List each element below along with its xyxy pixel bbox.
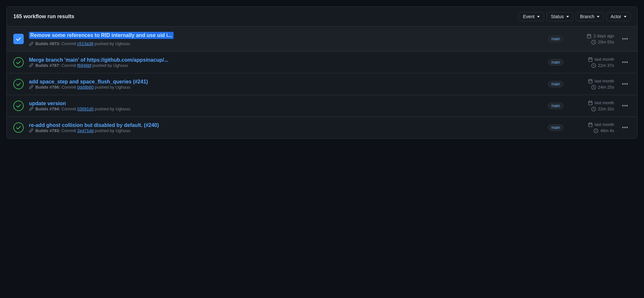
- workflow-title[interactable]: Merge branch 'main' of https://github.co…: [29, 57, 168, 63]
- more-options-button[interactable]: •••: [619, 101, 631, 111]
- filter-branch-button[interactable]: Branch: [576, 12, 604, 21]
- clock-icon: [591, 85, 596, 90]
- clock-icon: [591, 107, 596, 111]
- status-success-icon: [13, 101, 24, 111]
- workflow-title[interactable]: Remove some references to RID internally…: [29, 32, 174, 39]
- filter-status-label: Status: [551, 14, 564, 19]
- workflow-timing: 2 days ago 20m 55s: [569, 33, 614, 44]
- workflow-row: Remove some references to RID internally…: [7, 27, 637, 52]
- workflow-timing: last month 22m 37s: [569, 57, 614, 68]
- timestamp-row: last month: [588, 100, 614, 105]
- workflow-info: re-add ghost collision but disabled by d…: [29, 122, 536, 133]
- svg-point-4: [14, 123, 23, 132]
- workflow-runs-container: 165 workflow run results EventStatusBran…: [6, 6, 638, 139]
- timestamp-text: last month: [595, 122, 614, 127]
- filter-status-button[interactable]: Status: [547, 12, 573, 21]
- chevron-down-icon: [624, 16, 626, 18]
- link-icon: [29, 128, 33, 133]
- branch-badge[interactable]: main: [548, 124, 563, 131]
- clock-icon: [591, 40, 596, 44]
- results-count: 165 workflow run results: [13, 14, 74, 19]
- clock-icon: [594, 129, 598, 133]
- duration-row: 46m 4s: [594, 128, 614, 133]
- duration-text: 24m 25s: [598, 85, 614, 90]
- workflow-title[interactable]: add space_step and space_flush_queries (…: [29, 79, 148, 84]
- status-success-icon: [13, 122, 24, 133]
- filter-event-label: Event: [523, 14, 535, 19]
- more-options-button[interactable]: •••: [619, 34, 631, 44]
- builds-label: Builds #783: Commit 2ed71dd pushed by Ug…: [35, 128, 130, 133]
- commit-hash[interactable]: 2ed71dd: [77, 128, 94, 133]
- branch-badge[interactable]: main: [548, 81, 563, 87]
- timestamp-row: 2 days ago: [587, 33, 614, 38]
- timestamp-text: last month: [595, 79, 614, 83]
- ellipsis-icon: •••: [622, 81, 628, 87]
- duration-row: 22m 37s: [591, 63, 614, 68]
- more-options-button[interactable]: •••: [619, 123, 631, 132]
- more-options-button[interactable]: •••: [619, 80, 631, 89]
- commit-hash[interactable]: f6946bf: [77, 63, 91, 68]
- duration-row: 22m 32s: [591, 106, 614, 111]
- clock-icon: [591, 63, 596, 68]
- chevron-down-icon: [537, 16, 540, 18]
- duration-text: 22m 37s: [598, 63, 614, 68]
- timestamp-row: last month: [588, 79, 614, 83]
- filter-actor-label: Actor: [611, 14, 621, 19]
- timestamp-text: last month: [595, 57, 614, 62]
- filter-actor-button[interactable]: Actor: [606, 12, 631, 21]
- workflow-title[interactable]: re-add ghost collision but disabled by d…: [29, 122, 159, 128]
- more-options-button[interactable]: •••: [619, 58, 631, 67]
- timestamp-text: last month: [595, 100, 614, 105]
- status-inprogress-icon: [13, 34, 24, 44]
- status-success-icon: [13, 57, 24, 68]
- calendar-icon: [588, 122, 593, 127]
- builds-label: Builds #787: Commit f6946bf pushed by Ug…: [35, 63, 128, 68]
- svg-point-1: [14, 57, 23, 67]
- link-icon: [29, 85, 33, 89]
- workflow-info: add space_step and space_flush_queries (…: [29, 79, 536, 90]
- workflow-meta: Builds #783: Commit 2ed71dd pushed by Ug…: [29, 128, 536, 133]
- duration-row: 20m 55s: [591, 40, 614, 44]
- chevron-down-icon: [597, 16, 599, 18]
- filter-event-button[interactable]: Event: [519, 12, 544, 21]
- workflow-info: Merge branch 'main' of https://github.co…: [29, 57, 536, 68]
- link-icon: [29, 63, 33, 68]
- workflow-row: Merge branch 'main' of https://github.co…: [7, 52, 637, 73]
- calendar-icon: [588, 101, 593, 105]
- workflow-row: add space_step and space_flush_queries (…: [7, 73, 637, 95]
- duration-row: 24m 25s: [591, 85, 614, 90]
- filter-bar: EventStatusBranchActor: [519, 12, 631, 21]
- svg-point-3: [14, 101, 23, 111]
- commit-hash[interactable]: 0dd9b60: [77, 85, 94, 90]
- ellipsis-icon: •••: [622, 59, 628, 66]
- workflow-meta: Builds #786: Commit 0dd9b60 pushed by Ug…: [29, 85, 536, 90]
- link-icon: [29, 106, 33, 111]
- calendar-icon: [588, 79, 593, 83]
- status-success-icon: [13, 79, 24, 89]
- builds-label: Builds #873: Commit c513a38 pushed by Ug…: [35, 41, 130, 46]
- timestamp-text: 2 days ago: [593, 33, 614, 38]
- duration-text: 20m 55s: [598, 40, 614, 44]
- calendar-icon: [588, 57, 593, 62]
- branch-badge[interactable]: main: [548, 59, 563, 66]
- workflow-row: re-add ghost collision but disabled by d…: [7, 117, 637, 138]
- commit-hash[interactable]: c513a38: [77, 41, 94, 46]
- workflow-timing: last month 24m 25s: [569, 79, 614, 90]
- branch-badge[interactable]: main: [548, 36, 563, 42]
- workflow-row: update version Builds #784: Commit 03691…: [7, 95, 637, 117]
- workflow-title[interactable]: update version: [29, 101, 66, 106]
- ellipsis-icon: •••: [622, 36, 628, 42]
- timestamp-row: last month: [588, 122, 614, 127]
- workflow-timing: last month 22m 32s: [569, 100, 614, 111]
- duration-text: 46m 4s: [600, 128, 614, 133]
- workflow-info: update version Builds #784: Commit 03691…: [29, 101, 536, 111]
- commit-hash[interactable]: 03691d5: [77, 106, 94, 111]
- duration-text: 22m 32s: [598, 106, 614, 111]
- workflow-meta: Builds #787: Commit f6946bf pushed by Ug…: [29, 63, 536, 68]
- runs-list: Remove some references to RID internally…: [7, 27, 637, 138]
- svg-point-2: [14, 79, 23, 89]
- workflow-meta: Builds #784: Commit 03691d5 pushed by Ug…: [29, 106, 536, 111]
- branch-badge[interactable]: main: [548, 103, 563, 109]
- link-icon: [29, 42, 33, 46]
- svg-rect-0: [13, 34, 24, 44]
